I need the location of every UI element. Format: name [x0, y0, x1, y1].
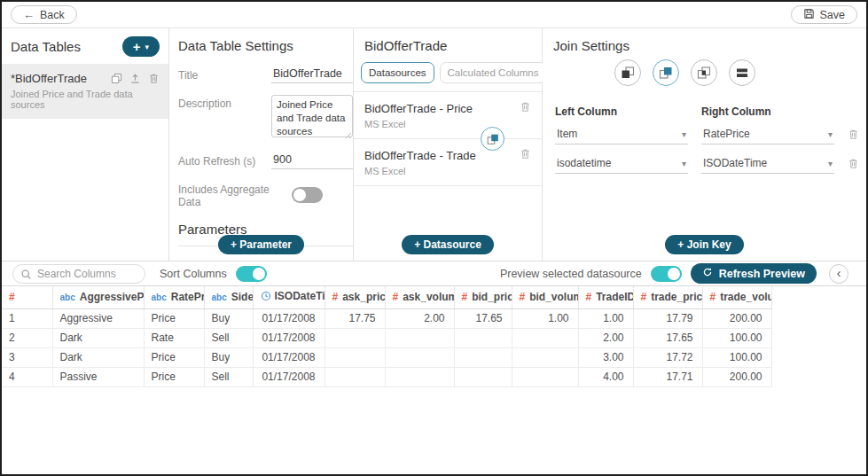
preview-table-body: 1AggressivePriceBuy01/17/200817.752.0017…	[2, 308, 771, 386]
datasource-list-item[interactable]: BidOfferTrade - Price MS Excel	[354, 92, 542, 138]
table-cell: 200.00	[702, 308, 771, 328]
preview-selected-toggle[interactable]	[651, 266, 682, 282]
table-cell	[454, 367, 512, 386]
table-cell: 01/17/2008	[253, 328, 325, 347]
refresh-preview-button[interactable]: Refresh Preview	[691, 263, 817, 284]
inner-join-icon[interactable]	[691, 59, 717, 86]
column-label: ask_volume	[403, 291, 454, 303]
table-row[interactable]: 1AggressivePriceBuy01/17/200817.752.0017…	[2, 308, 771, 328]
add-data-table-button[interactable]: + ▾	[122, 36, 160, 57]
trash-icon[interactable]	[520, 100, 531, 116]
number-type-icon: #	[332, 291, 339, 303]
column-header-bid_price[interactable]: #bid_price	[454, 286, 512, 308]
text-type-icon: abc	[212, 293, 227, 302]
column-label: trade_price	[651, 291, 702, 303]
right-column-select[interactable]: RatePrice▾	[701, 127, 834, 144]
table-cell: Buy	[204, 347, 253, 367]
left-outer-join-icon[interactable]	[653, 59, 679, 86]
select-value: Item	[557, 128, 577, 140]
datasources-panel-title: BidOfferTrade	[354, 28, 542, 62]
datasources-panel: BidOfferTrade Datasources Calculated Col…	[354, 28, 543, 261]
add-parameter-button[interactable]: + Parameter	[218, 235, 304, 254]
add-join-key-button[interactable]: + Join Key	[665, 235, 743, 254]
table-cell	[512, 367, 578, 386]
number-type-icon: #	[641, 291, 647, 303]
select-value: RatePrice	[703, 128, 750, 140]
search-columns-input[interactable]	[12, 264, 145, 284]
table-cell: 01/17/2008	[253, 308, 325, 328]
datasource-divider	[354, 138, 542, 139]
column-label: RatePrice	[171, 291, 204, 303]
column-header-Side[interactable]: abcSide	[204, 286, 253, 308]
title-field-label: Title	[178, 66, 271, 83]
datasource-list-item[interactable]: BidOfferTrade - Trade MS Excel	[354, 139, 542, 186]
collapse-preview-button[interactable]: ‹	[829, 264, 848, 284]
trash-icon[interactable]	[848, 128, 859, 144]
left-column-select[interactable]: Item▾	[555, 127, 688, 144]
copy-icon[interactable]	[111, 73, 122, 84]
column-header-row-number[interactable]: #	[2, 286, 52, 308]
aggregate-data-label: Includes Aggregate Data	[178, 181, 292, 208]
table-cell	[512, 328, 578, 347]
column-header-ISODateTime[interactable]: ISODateTime	[253, 286, 325, 308]
add-datasource-button[interactable]: + Datasource	[402, 235, 494, 254]
datasource-type: MS Excel	[364, 119, 531, 129]
upload-icon[interactable]	[129, 73, 141, 84]
table-cell: 100.00	[702, 328, 771, 347]
column-header-RatePrice[interactable]: abcRatePrice	[144, 286, 204, 308]
column-header-bid_volume[interactable]: #bid_volume	[512, 286, 578, 308]
table-cell	[325, 367, 385, 386]
auto-refresh-field[interactable]	[271, 152, 353, 169]
table-cell: Dark	[52, 328, 144, 347]
table-cell: 2	[2, 328, 52, 347]
table-cell: 17.75	[325, 308, 385, 328]
column-label: bid_price	[472, 291, 512, 303]
tab-datasources[interactable]: Datasources	[361, 62, 434, 83]
left-column-header: Left Column	[555, 105, 701, 118]
trash-icon[interactable]	[848, 157, 859, 173]
sort-columns-label: Sort Columns	[160, 268, 227, 280]
column-header-TradeID[interactable]: #TradeID	[578, 286, 633, 308]
datasource-type: MS Excel	[364, 166, 531, 176]
join-indicator-icon[interactable]	[481, 127, 504, 151]
trash-icon[interactable]	[148, 73, 160, 84]
refresh-icon	[702, 267, 713, 280]
union-join-icon[interactable]	[729, 59, 755, 86]
column-header-trade_price[interactable]: #trade_price	[633, 286, 702, 308]
datetime-type-icon	[261, 291, 271, 304]
table-cell: 100.00	[702, 347, 771, 367]
datasource-name: BidOfferTrade - Price	[364, 102, 473, 115]
table-row[interactable]: 4PassivePriceSell01/17/20084.0017.71200.…	[2, 367, 771, 386]
aggregate-data-toggle[interactable]	[292, 187, 323, 203]
trash-icon[interactable]	[520, 147, 531, 163]
column-header-AggressivePassiveDark[interactable]: abcAggressivePassiveDark	[52, 286, 144, 308]
save-icon	[803, 8, 815, 22]
left-join-icon[interactable]	[614, 59, 641, 86]
column-label: Side	[231, 291, 253, 303]
data-table-name: *BidOfferTrade	[11, 72, 87, 85]
join-key-row: Item▾ RatePrice▾	[543, 127, 866, 144]
column-header-ask_price[interactable]: #ask_price	[325, 286, 385, 308]
table-cell: 01/17/2008	[253, 367, 325, 386]
back-button[interactable]: ← Back	[11, 5, 77, 24]
table-cell	[385, 328, 454, 347]
preview-header-row: #abcAggressivePassiveDarkabcRatePriceabc…	[2, 286, 771, 308]
left-column-select[interactable]: isodatetime▾	[555, 156, 688, 174]
table-cell: 1	[2, 308, 52, 328]
description-field[interactable]: Joined Price and Trade data sources	[271, 95, 353, 137]
column-header-trade_volume[interactable]: #trade_volume	[702, 286, 771, 308]
tab-calculated-columns[interactable]: Calculated Columns	[440, 62, 547, 83]
chevron-down-icon: ▾	[682, 159, 686, 168]
table-row[interactable]: 2DarkRateSell01/17/20082.0017.65100.00	[2, 328, 771, 347]
column-header-ask_volume[interactable]: #ask_volume	[385, 286, 454, 308]
column-label: ask_price	[342, 291, 385, 303]
save-button[interactable]: Save	[791, 5, 858, 24]
table-cell: 3	[2, 347, 52, 367]
column-label: bid_volume	[529, 291, 578, 303]
sort-columns-toggle[interactable]	[236, 266, 267, 282]
right-column-select[interactable]: ISODateTime▾	[701, 156, 834, 174]
data-table-list-item[interactable]: *BidOfferTrade Joined Price and Trade da…	[2, 64, 168, 119]
table-row[interactable]: 3DarkPriceBuy01/17/20083.0017.72100.00	[2, 347, 771, 367]
table-cell: Aggressive	[52, 308, 144, 328]
title-field[interactable]	[271, 66, 353, 83]
